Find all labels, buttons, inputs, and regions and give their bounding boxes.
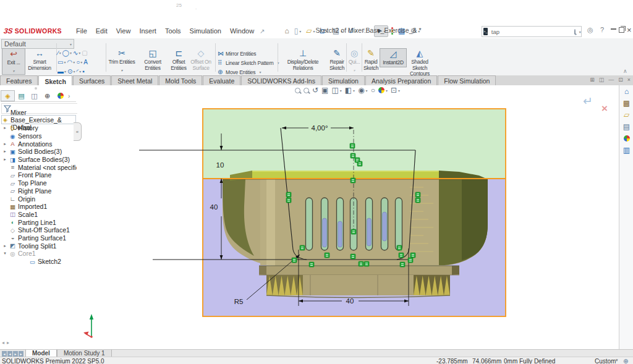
sketch-relation-icon[interactable] xyxy=(408,258,413,263)
tree-item-history[interactable]: ▸↻History xyxy=(0,124,77,132)
tree-item-tooling-split1[interactable]: ▸◩Tooling Split1 xyxy=(0,242,77,250)
menu-insert[interactable]: Insert xyxy=(135,25,161,36)
height-dimension[interactable]: 40 xyxy=(210,203,218,211)
search-box[interactable]: >_ ▾ xyxy=(482,26,582,37)
view-orientation-icon[interactable]: ◫▾ xyxy=(331,86,341,95)
help-icon[interactable]: ? xyxy=(600,26,604,33)
point-tool[interactable]: ⊙▾ xyxy=(67,68,75,75)
tab-simulation[interactable]: Simulation xyxy=(322,75,365,85)
featuremanager-tab[interactable]: ◈ xyxy=(1,90,15,101)
close-button[interactable]: × xyxy=(627,25,632,35)
units-selector[interactable]: Custom xyxy=(595,358,616,364)
viewport-canvas[interactable]: 4,00° 10 40 R5 40 xyxy=(77,85,619,349)
view-settings-icon[interactable]: ⊡▾ xyxy=(391,86,400,95)
tree-item-solid-bodies[interactable]: ▸▣Solid Bodies(3) xyxy=(0,148,77,156)
sketch-relation-icon[interactable] xyxy=(325,253,329,258)
expand-icon[interactable]: ▸ xyxy=(2,149,7,154)
display-style-icon[interactable]: ◧▾ xyxy=(345,86,355,95)
sketch-relation-icon[interactable] xyxy=(415,192,420,197)
fillet-radius-dimension[interactable]: R5 xyxy=(234,298,244,305)
sketch-relation-icon[interactable] xyxy=(410,253,415,258)
sketch-relation-icon[interactable] xyxy=(350,143,355,148)
search-input[interactable] xyxy=(490,28,574,36)
minimize-button[interactable] xyxy=(611,28,616,30)
sketch-relation-icon[interactable] xyxy=(399,253,404,258)
tab-surfaces[interactable]: Surfaces xyxy=(73,75,111,85)
doc-window-icon[interactable]: × xyxy=(627,77,631,83)
tree-item-front-plane[interactable]: ▱Front Plane xyxy=(0,171,77,179)
collapse-ribbon-icon[interactable]: ∧ xyxy=(623,68,627,74)
displaymanager-tab[interactable] xyxy=(54,91,67,101)
menu-simulation[interactable]: Simulation xyxy=(185,25,226,36)
menu-edit[interactable]: Edit xyxy=(91,25,112,36)
panel-tabs-more-icon[interactable]: › xyxy=(68,93,70,99)
tab-features[interactable]: Features xyxy=(0,75,38,85)
expand-icon[interactable]: ▸ xyxy=(2,157,7,162)
line-tool[interactable]: ∕▾ xyxy=(57,49,61,56)
view-palette-icon[interactable]: ▤ xyxy=(619,121,633,132)
apply-scene-icon[interactable]: ▾ xyxy=(378,87,388,93)
cancel-sketch-icon[interactable]: × xyxy=(601,103,608,115)
menu-tools[interactable]: Tools xyxy=(161,25,185,36)
sketch-relation-icon[interactable] xyxy=(397,245,402,250)
sketch-relation-icon[interactable] xyxy=(286,192,291,197)
instant2d-button[interactable]: ◿ Instant2D xyxy=(380,48,407,67)
angle-dimension[interactable]: 4,00° xyxy=(312,124,328,132)
graphics-area[interactable]: ↺▣◫▾◧▾◉▾○▾⊡▾ ↵ × xyxy=(77,85,619,349)
sketch-relation-icon[interactable] xyxy=(309,262,314,267)
file-explorer-icon[interactable]: ▱ xyxy=(619,109,633,121)
slot-tool[interactable]: ▬▾ xyxy=(57,68,66,75)
tree-item-imported1[interactable]: ▦Imported1 xyxy=(0,203,77,211)
section-view-icon[interactable]: ▣ xyxy=(321,86,328,95)
tree-item-shut-off-surface1[interactable]: ◇Shut-Off Surface1 xyxy=(0,226,77,234)
mirror-entities-button[interactable]: ⋈ Mirror Entities xyxy=(218,49,279,58)
sketch-relation-icon[interactable] xyxy=(364,261,369,266)
expand-icon[interactable]: ▸ xyxy=(2,243,7,248)
tree-item-parting-line1[interactable]: ◐Parting Line1 xyxy=(0,218,77,226)
tree-item-surface-bodies[interactable]: ▸◨Surface Bodies(3) xyxy=(0,156,77,164)
sketch-relation-icon[interactable] xyxy=(292,258,297,263)
linear-sketch-pattern-button[interactable]: ⠿ Linear Sketch Pattern ▾ xyxy=(218,58,279,67)
tab-analysis-preparation[interactable]: Analysis Preparation xyxy=(365,75,437,85)
panel-splitter-handle[interactable]: « xyxy=(74,122,82,141)
sketch-relation-icon[interactable] xyxy=(357,161,362,166)
solidworks-resources-icon[interactable]: ⌂ xyxy=(619,85,633,97)
doc-window-icon[interactable]: ⊞ xyxy=(590,77,595,83)
menu-view[interactable]: View xyxy=(112,25,135,36)
tag-globe-icon[interactable]: ⊕ xyxy=(623,358,628,364)
sketch-relation-icon[interactable] xyxy=(400,262,405,267)
tab-flow-simulation[interactable]: Flow Simulation xyxy=(438,75,496,85)
tab-mold-tools[interactable]: Mold Tools xyxy=(159,75,202,85)
sketch-relation-icon[interactable] xyxy=(350,178,355,183)
custom-properties-icon[interactable]: ▥ xyxy=(619,144,633,156)
doc-window-icon[interactable]: ⊡ xyxy=(618,77,623,83)
pin-menu-icon[interactable]: ↗ xyxy=(260,28,265,35)
sketch-relation-icon[interactable] xyxy=(300,245,305,250)
rapid-sketch-button[interactable]: ✎ Rapid Sketch xyxy=(363,49,379,71)
shaded-sketch-contours-button[interactable]: ◭ Shaded Sketch Contours xyxy=(404,49,436,77)
tree-item-annotations[interactable]: ▸AAnnotations xyxy=(0,140,77,148)
expand-icon[interactable]: ▸ xyxy=(2,125,7,130)
tree-item-top-plane[interactable]: ▱Top Plane xyxy=(0,179,77,187)
previous-view-icon[interactable]: ↺ xyxy=(312,86,318,95)
tree-item-sensors[interactable]: ◉Sensors xyxy=(0,132,77,140)
tree-item-root[interactable]: ◈ Mixer Base_Exercise_& (Defaul xyxy=(1,115,76,124)
circle-tool[interactable]: ◯▾ xyxy=(62,49,72,56)
arc-tool[interactable]: ◠▾ xyxy=(67,59,75,66)
point-small-tool[interactable]: ▪ xyxy=(82,68,85,75)
appearances-icon[interactable] xyxy=(619,132,633,144)
menu-window[interactable]: Window xyxy=(226,25,258,36)
confirm-exit-sketch-icon[interactable]: ↵ xyxy=(583,94,593,108)
tab-evaluate[interactable]: Evaluate xyxy=(203,75,240,85)
tree-item-material[interactable]: ≡Material <not specified> xyxy=(0,163,77,171)
units-caret-icon[interactable]: ▾ xyxy=(616,358,618,363)
panel-scroll-arrows[interactable]: ◂▸ xyxy=(2,340,12,345)
tab-sheet-metal[interactable]: Sheet Metal xyxy=(111,75,158,85)
doc-window-icon[interactable]: — xyxy=(608,77,614,83)
search-icon[interactable] xyxy=(574,29,576,35)
rectangle-tool[interactable]: ▭▾ xyxy=(57,59,66,66)
doc-window-icon[interactable]: ◫ xyxy=(599,77,605,83)
offset-on-surface-button[interactable]: ◇ Offset On Surface xyxy=(189,49,213,71)
trim-entities-button[interactable]: ✂ Trim Entities xyxy=(108,49,135,73)
fillet-tool[interactable]: ◜▾ xyxy=(76,68,81,75)
